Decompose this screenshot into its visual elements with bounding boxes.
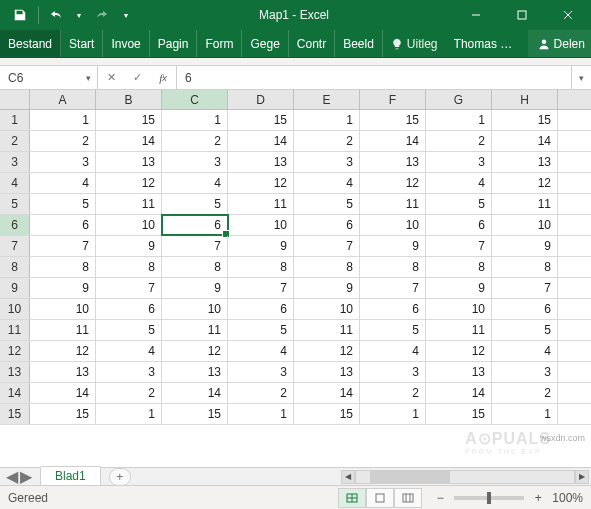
cell[interactable]: 10 [360,215,426,235]
row-header[interactable]: 15 [0,404,30,424]
cell[interactable]: 13 [96,152,162,172]
cell[interactable]: 12 [96,173,162,193]
cell[interactable]: 15 [96,110,162,130]
qat-customize[interactable]: ▾ [117,2,135,28]
cell[interactable]: 12 [30,341,96,361]
account-menu[interactable]: Thomas V… [446,30,528,57]
cell[interactable]: 6 [492,299,558,319]
cell[interactable]: 13 [426,362,492,382]
cell[interactable]: 12 [360,173,426,193]
cell[interactable]: 10 [228,215,294,235]
row-header[interactable]: 3 [0,152,30,172]
cell[interactable]: 11 [228,194,294,214]
cell[interactable]: 5 [30,194,96,214]
row-header[interactable]: 14 [0,383,30,403]
cell[interactable]: 3 [360,362,426,382]
cell[interactable]: 11 [96,194,162,214]
close-button[interactable] [545,0,591,30]
cell[interactable]: 9 [30,278,96,298]
cell[interactable]: 7 [228,278,294,298]
cell[interactable]: 7 [30,236,96,256]
cell[interactable]: 11 [360,194,426,214]
minimize-button[interactable] [453,0,499,30]
cell[interactable]: 15 [360,110,426,130]
cell[interactable]: 8 [426,257,492,277]
cell[interactable]: 13 [294,362,360,382]
row-header[interactable]: 12 [0,341,30,361]
cell[interactable]: 11 [492,194,558,214]
tab-pagelayout[interactable]: Pagin [150,30,198,57]
cell[interactable]: 13 [30,362,96,382]
cell[interactable]: 4 [360,341,426,361]
cell[interactable]: 3 [30,152,96,172]
cell[interactable]: 4 [96,341,162,361]
zoom-in-button[interactable]: + [530,490,546,506]
tab-view[interactable]: Beeld [335,30,383,57]
cell[interactable]: 1 [162,110,228,130]
cell[interactable]: 8 [228,257,294,277]
column-header[interactable]: G [426,90,492,109]
cell[interactable]: 15 [228,110,294,130]
undo-dropdown[interactable]: ▾ [73,2,85,28]
cell[interactable]: 12 [492,173,558,193]
formula-bar-expand[interactable]: ▾ [571,66,591,89]
cell[interactable]: 13 [492,152,558,172]
cell[interactable]: 6 [96,299,162,319]
row-header[interactable]: 6 [0,215,30,235]
cell[interactable]: 5 [492,320,558,340]
cell[interactable]: 6 [30,215,96,235]
cell[interactable]: 12 [162,341,228,361]
cell[interactable]: 7 [492,278,558,298]
add-sheet-button[interactable]: + [109,468,131,486]
cell[interactable]: 13 [360,152,426,172]
view-normal-button[interactable] [338,488,366,508]
row-header[interactable]: 13 [0,362,30,382]
cell[interactable]: 15 [426,404,492,424]
cell[interactable]: 2 [96,383,162,403]
sheet-tab-active[interactable]: Blad1 [40,466,101,485]
cell[interactable]: 1 [96,404,162,424]
column-header[interactable]: B [96,90,162,109]
cell[interactable]: 7 [294,236,360,256]
view-pagelayout-button[interactable] [366,488,394,508]
cell[interactable]: 9 [426,278,492,298]
cell[interactable]: 3 [162,152,228,172]
column-header[interactable]: F [360,90,426,109]
row-header[interactable]: 4 [0,173,30,193]
column-header[interactable]: E [294,90,360,109]
cell[interactable]: 7 [360,278,426,298]
cell[interactable]: 4 [228,341,294,361]
cell[interactable]: 10 [492,215,558,235]
cell[interactable]: 8 [360,257,426,277]
cell[interactable]: 5 [228,320,294,340]
cell[interactable]: 2 [162,131,228,151]
cell[interactable]: 14 [30,383,96,403]
cell[interactable]: 13 [228,152,294,172]
cell[interactable]: 8 [492,257,558,277]
cell[interactable]: 2 [360,383,426,403]
cancel-formula-button[interactable]: ✕ [98,71,124,84]
scrollbar-track[interactable] [355,470,575,484]
cell[interactable]: 13 [162,362,228,382]
cell[interactable]: 9 [228,236,294,256]
cell[interactable]: 4 [426,173,492,193]
cell[interactable]: 10 [294,299,360,319]
zoom-slider-thumb[interactable] [487,492,491,504]
cell[interactable]: 14 [96,131,162,151]
cell[interactable]: 14 [360,131,426,151]
cell[interactable]: 9 [492,236,558,256]
cell[interactable]: 2 [228,383,294,403]
scroll-left-button[interactable]: ◀ [341,470,355,484]
cell[interactable]: 6 [228,299,294,319]
cell[interactable]: 8 [294,257,360,277]
cell[interactable]: 9 [162,278,228,298]
cell[interactable]: 6 [294,215,360,235]
row-header[interactable]: 11 [0,320,30,340]
cell[interactable]: 10 [96,215,162,235]
cell[interactable]: 15 [492,110,558,130]
cell[interactable]: 1 [228,404,294,424]
cell[interactable]: 1 [426,110,492,130]
cell[interactable]: 8 [96,257,162,277]
cell[interactable]: 14 [162,383,228,403]
cell[interactable]: 5 [96,320,162,340]
